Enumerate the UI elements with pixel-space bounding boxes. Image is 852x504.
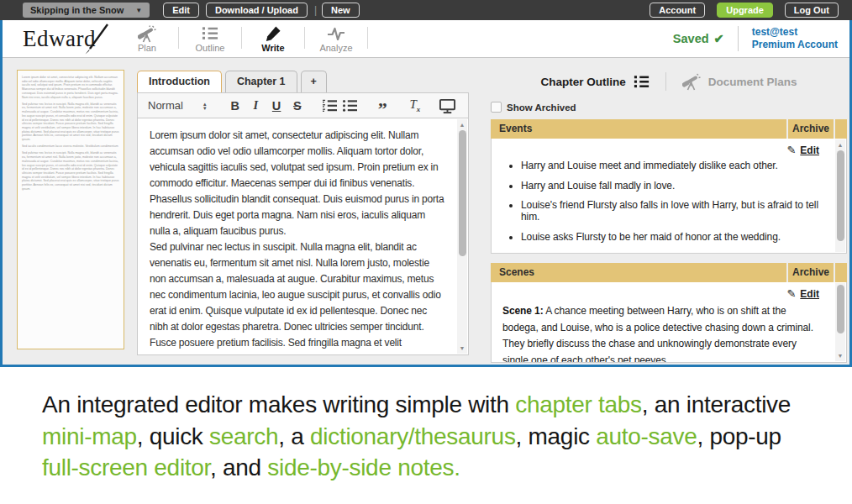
scrollbar-thumb[interactable] [459, 130, 466, 256]
events-archive-button[interactable]: Archive [788, 119, 834, 139]
caption-segment: full-screen editor [42, 454, 210, 480]
scenes-body: ✎Edit Scene 1: A chance meeting between … [491, 282, 847, 363]
ordered-list-button[interactable] [321, 98, 339, 113]
download-upload-button[interactable]: Download / Upload [206, 3, 308, 18]
scenes-header-corner [835, 263, 847, 282]
nav-item-label: Analyze [319, 43, 352, 53]
minimap-panel: Lorem ipsum dolor sit amet, consectetur … [17, 70, 124, 364]
main-nav: Plan Outline [119, 25, 371, 53]
account-type: Premium Account [752, 39, 838, 51]
show-archived-row: Show Archived [491, 102, 847, 113]
event-item: Louise asks Flursty to be her maid of ho… [521, 231, 821, 243]
nav-right-group: Saved✔ test@test Premium Account [673, 26, 849, 51]
show-archived-checkbox[interactable] [491, 102, 502, 113]
page: Skipping in the Snow ▼ Edit Download / U… [0, 0, 852, 504]
scrollbar-thumb[interactable] [837, 285, 844, 333]
tab-chapter-1[interactable]: Chapter 1 [225, 71, 297, 92]
topbar-right-group: Account Upgrade Log Out [650, 3, 839, 18]
caption-segment: mini-map [42, 423, 137, 449]
caption-text: An integrated editor makes writing simpl… [42, 389, 802, 484]
scroll-up-icon[interactable]: ▲ [835, 142, 845, 148]
nav-item-analyze[interactable]: Analyze [308, 25, 364, 53]
new-button[interactable]: New [322, 3, 360, 18]
events-edit-link[interactable]: ✎Edit [502, 144, 819, 156]
scroll-up-icon[interactable]: ▲ [457, 122, 467, 128]
paragraph-style-dropdown[interactable]: Normal ▴▾ [148, 99, 206, 112]
panel-title: Chapter Outline [540, 76, 625, 88]
caption-segment: chapter tabs [515, 391, 642, 417]
caption-segment: An integrated editor makes writing simpl… [42, 391, 515, 417]
editor-text-area[interactable]: Lorem ipsum dolor sit amet, consectetur … [137, 118, 469, 355]
events-scrollbar[interactable]: ▲ [835, 139, 845, 252]
caption-segment: , and [210, 454, 267, 480]
chapter-outline-panel: Chapter Outline [491, 71, 847, 364]
editor-paragraph: Sed pulvinar nec lectus in suscipit. Nul… [150, 239, 444, 355]
scroll-down-icon[interactable]: ▼ [835, 353, 845, 359]
fullscreen-editor-button[interactable] [439, 97, 456, 114]
pencil-icon [245, 25, 301, 43]
nav-item-plan[interactable]: Plan [119, 25, 175, 53]
save-status: Saved✔ [673, 32, 724, 45]
caption-segment: , quick [137, 423, 209, 449]
nav-item-outline[interactable]: Outline [182, 25, 238, 53]
document-plans-link[interactable]: Document Plans [708, 76, 797, 88]
pulse-icon [308, 25, 364, 43]
scroll-down-icon[interactable]: ▼ [457, 345, 467, 351]
tab-introduction[interactable]: Introduction [137, 71, 222, 92]
nav-item-label: Plan [138, 43, 156, 53]
minimap[interactable]: Lorem ipsum dolor sit amet, consectetur … [17, 70, 124, 349]
nav-item-label: Write [261, 43, 284, 53]
scenes-edit-link[interactable]: ✎Edit [502, 287, 819, 300]
project-selector-dropdown[interactable]: Skipping in the Snow ▼ [23, 3, 150, 18]
nav-item-label: Outline [196, 43, 225, 53]
nav-item-write[interactable]: Write [245, 25, 301, 53]
minimap-paragraph: Sed pulvinar nec lectus in suscipit. Nul… [22, 102, 119, 142]
account-button[interactable]: Account [650, 3, 705, 18]
nav-divider [241, 27, 242, 49]
editor-scrollbar[interactable]: ▲ ▼ [457, 119, 467, 354]
caption-segment: auto-save [596, 423, 697, 449]
clear-formatting-button[interactable]: Tx [406, 97, 423, 113]
events-header: Events Archive [491, 119, 847, 139]
checkmark-icon: ✔ [714, 32, 724, 45]
bullet-list-button[interactable] [342, 98, 360, 113]
caption-segment: . [454, 454, 460, 480]
logout-button[interactable]: Log Out [785, 3, 839, 18]
editor-panel: Introduction Chapter 1 + Normal ▴▾ B I U… [137, 70, 469, 364]
italic-button[interactable]: I [247, 98, 265, 113]
account-info[interactable]: test@test Premium Account [752, 26, 838, 51]
add-tab-button[interactable]: + [301, 71, 327, 92]
strikethrough-button[interactable]: S [288, 99, 306, 113]
telescope-icon[interactable] [682, 73, 701, 91]
underline-button[interactable]: U [268, 99, 286, 113]
bold-button[interactable]: B [226, 99, 244, 113]
caption-area: An integrated editor makes writing simpl… [0, 367, 852, 504]
nav-bar: Edward [3, 20, 849, 58]
scene-label: Scene 1: [502, 305, 544, 317]
outline-list-icon[interactable] [634, 74, 650, 90]
project-selector-value: Skipping in the Snow [30, 5, 124, 15]
upgrade-button[interactable]: Upgrade [717, 3, 773, 18]
scene-item: Scene 1: A chance meeting between Harry,… [502, 303, 821, 363]
caption-segment: , pop-up [697, 423, 781, 449]
blockquote-button[interactable]: ” [374, 98, 392, 113]
show-archived-label: Show Archived [507, 102, 576, 113]
topbar-separator: | [314, 4, 317, 16]
scenes-scrollbar[interactable]: ▼ [835, 283, 845, 361]
edit-label: Edit [800, 144, 819, 156]
edit-button[interactable]: Edit [163, 3, 199, 18]
outline-list-icon [182, 25, 238, 43]
scrollbar-thumb[interactable] [837, 150, 844, 241]
caption-segment: , magic [516, 423, 597, 449]
telescope-icon [119, 25, 175, 43]
scenes-title: Scenes [491, 263, 786, 282]
events-title: Events [491, 119, 786, 139]
editor-paragraph: Lorem ipsum dolor sit amet, consectetur … [150, 128, 444, 239]
events-header-corner [835, 119, 847, 139]
panel-header-divider [665, 72, 666, 91]
scenes-archive-button[interactable]: Archive [788, 263, 834, 282]
app-window-frame: Edward [0, 20, 852, 367]
caption-segment: side-by-side notes [267, 454, 454, 480]
caption-segment: , an interactive [642, 391, 791, 417]
minimap-paragraph: Lorem ipsum dolor sit amet, consectetur … [22, 76, 119, 99]
